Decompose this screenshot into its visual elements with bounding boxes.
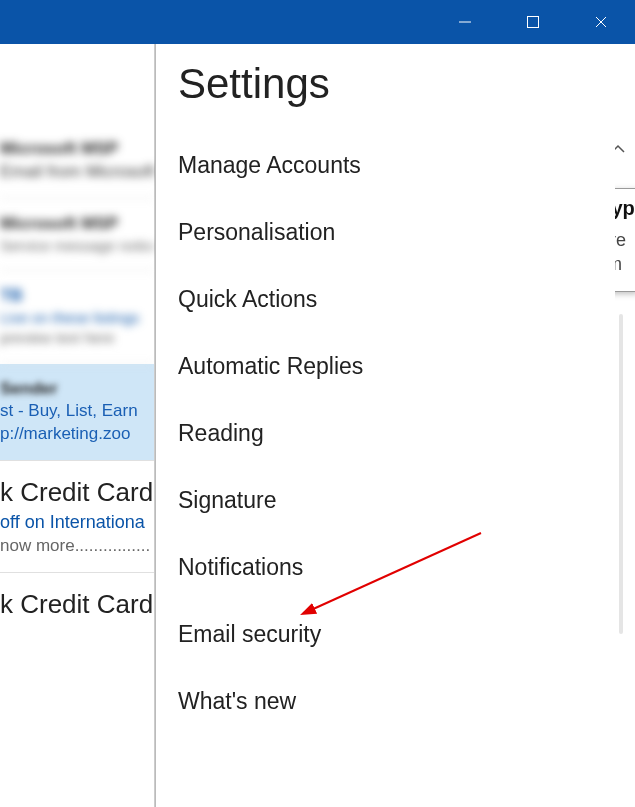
mail-item-blurred: Microsoft MSP Service message notice [0, 199, 154, 271]
window-titlebar [0, 0, 635, 44]
maximize-button[interactable] [499, 0, 567, 44]
minimize-icon [458, 15, 472, 29]
settings-item-quick-actions[interactable]: Quick Actions [178, 268, 615, 335]
mail-subline: off on Internationa [0, 510, 144, 534]
settings-title: Settings [178, 60, 615, 108]
mail-item[interactable]: k Credit Cards [0, 573, 154, 636]
settings-item-notifications[interactable]: Notifications [178, 536, 615, 603]
settings-panel: Settings Manage Accounts Personalisation… [155, 44, 615, 807]
settings-item-whats-new[interactable]: What's new [178, 670, 615, 737]
mail-item-selected[interactable]: Sender st - Buy, List, Earn p://marketin… [0, 364, 154, 462]
settings-item-manage-accounts[interactable]: Manage Accounts [178, 134, 615, 201]
mail-preview: now more................ [0, 535, 144, 558]
mail-selected-line2: p://marketing.zoo [0, 423, 144, 446]
scrollbar-track[interactable] [619, 314, 623, 634]
svg-rect-1 [528, 17, 539, 28]
settings-item-personalisation[interactable]: Personalisation [178, 201, 615, 268]
settings-item-automatic-replies[interactable]: Automatic Replies [178, 335, 615, 402]
maximize-icon [526, 15, 540, 29]
mail-title: k Credit Cards [0, 475, 144, 510]
settings-item-reading[interactable]: Reading [178, 402, 615, 469]
settings-item-signature[interactable]: Signature [178, 469, 615, 536]
close-button[interactable] [567, 0, 635, 44]
minimize-button[interactable] [431, 0, 499, 44]
settings-item-email-security[interactable]: Email security [178, 603, 615, 670]
mail-selected-line1: st - Buy, List, Earn [0, 400, 144, 423]
close-icon [594, 15, 608, 29]
mail-item-blurred: Microsoft MSP Email from Microsoft [0, 124, 154, 199]
mail-item[interactable]: k Credit Cards off on Internationa now m… [0, 461, 154, 572]
mail-item-blurred: TB Live on these listings preview text h… [0, 271, 154, 363]
mail-title: k Credit Cards [0, 587, 144, 622]
